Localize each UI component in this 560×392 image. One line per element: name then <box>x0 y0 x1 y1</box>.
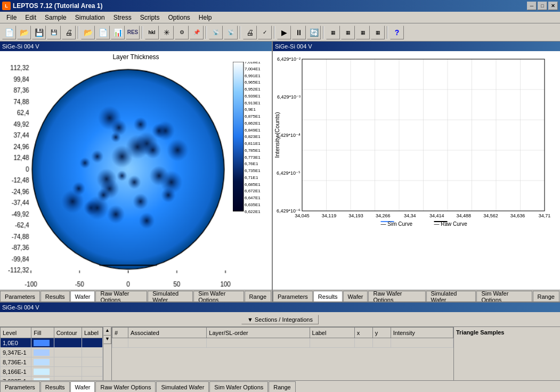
sections-button[interactable]: ▼ Sections / Integrations <box>241 315 319 324</box>
minimize-button[interactable]: ─ <box>527 2 537 10</box>
toolbar-sep-1 <box>78 26 79 39</box>
tab-wafer-left[interactable]: Wafer <box>70 291 95 301</box>
tab-results-left[interactable]: Results <box>40 291 70 301</box>
xrd-canvas[interactable] <box>273 51 555 251</box>
bottom-content: Level Fill Contour Label 1,0E0 <box>0 327 560 380</box>
left-panel-title: SiGe-Si 004 V <box>0 42 272 51</box>
tab-results-right[interactable]: Results <box>313 291 343 301</box>
fill-value <box>31 367 54 377</box>
table-row[interactable]: 1,0E0 <box>1 338 103 348</box>
scroll-stub[interactable]: ▲ ▼ <box>103 327 111 380</box>
tab-simwafer-bottom[interactable]: Simulated Wafer <box>156 381 209 392</box>
wafer-chart-title: Layer Thickness <box>0 51 272 62</box>
menu-file[interactable]: File <box>2 13 21 22</box>
tb-check[interactable]: ✓ <box>258 26 272 39</box>
tab-simwafer-right[interactable]: Simulated Wafer <box>426 291 476 301</box>
fill-value <box>31 348 54 357</box>
tb-help[interactable]: ? <box>390 26 404 39</box>
tb-play[interactable]: ▶ <box>277 26 291 39</box>
title-bar: L LEPTOS 7.12 (Tutorial Area 1) ─ □ ✕ <box>0 0 560 12</box>
window-controls[interactable]: ─ □ ✕ <box>527 2 558 10</box>
toolbar: 📄 📂 💾 💾 🖨 📂 📄 📊 RES hkl ✳ ⚙ 📌 📡 📡 🖨 ✓ ▶ … <box>0 23 560 42</box>
menu-bar: File Edit Sample Simulation Stress Scrip… <box>0 12 560 23</box>
tb-pause[interactable]: ⏸ <box>292 26 306 39</box>
table-row[interactable]: 7,633E-1 <box>1 377 103 381</box>
toolbar-sep-3 <box>206 26 207 39</box>
triangle-samples-label: Triangle Samples <box>454 327 560 338</box>
contour-value <box>54 338 82 348</box>
tab-simwafer-left[interactable]: Simulated Wafer <box>148 291 193 301</box>
menu-options[interactable]: Options <box>164 13 194 22</box>
toolbar-sep-6 <box>323 26 324 39</box>
table-row[interactable]: 8,166E-1 <box>1 367 103 377</box>
tab-simwaferopts-left[interactable]: Sim Wafer Options <box>193 291 244 301</box>
contour-value <box>54 357 82 367</box>
label-value <box>82 377 102 381</box>
tb-gear[interactable]: ⚙ <box>175 26 189 39</box>
app-title: LEPTOS 7.12 (Tutorial Area 1) <box>13 2 103 10</box>
tab-range-left[interactable]: Range <box>245 291 271 301</box>
level-value: 8,736E-1 <box>1 357 31 367</box>
menu-simulation[interactable]: Simulation <box>71 13 109 22</box>
level-value: 9,347E-1 <box>1 348 31 357</box>
tab-wafer-bottom[interactable]: Wafer <box>70 381 95 392</box>
tb-print2[interactable]: 🖨 <box>243 26 257 39</box>
maximize-button[interactable]: □ <box>538 2 547 10</box>
menu-scripts[interactable]: Scripts <box>136 13 164 22</box>
wafer-map-canvas[interactable] <box>0 62 272 290</box>
tb-open[interactable]: 📂 <box>17 26 31 39</box>
tb-open2[interactable]: 📂 <box>81 26 95 39</box>
close-button[interactable]: ✕ <box>548 2 558 10</box>
menu-edit[interactable]: Edit <box>21 13 40 22</box>
table-row[interactable]: 9,347E-1 <box>1 348 103 357</box>
table-row[interactable] <box>112 338 453 348</box>
contour-value <box>54 367 82 377</box>
tab-range-bottom[interactable]: Range <box>269 381 295 392</box>
tb-star[interactable]: ✳ <box>160 26 174 39</box>
col-layer: Layer/SL-order <box>207 328 310 338</box>
tab-simwaferopts-bottom[interactable]: Sim Wafer Options <box>209 381 268 392</box>
tb-new2[interactable]: 📄 <box>96 26 110 39</box>
label-value <box>82 338 102 348</box>
tb-hkl[interactable]: hkl <box>145 26 159 39</box>
tb-arr3[interactable]: ▦ <box>356 26 370 39</box>
tb-arr1[interactable]: ▦ <box>326 26 340 39</box>
right-panel: SiGe-Si 004 V Parameters Results Wafer R… <box>273 42 560 301</box>
col-fill: Fill <box>31 328 54 338</box>
tb-res[interactable]: RES <box>126 26 140 39</box>
triangle-samples-panel: Triangle Samples <box>453 327 560 380</box>
level-table-area[interactable]: Level Fill Contour Label 1,0E0 <box>0 327 103 380</box>
tab-range-right[interactable]: Range <box>533 291 559 301</box>
tb-exp[interactable]: 📊 <box>111 26 125 39</box>
tab-rawwafer-right[interactable]: Raw Wafer Options <box>368 291 425 301</box>
menu-help[interactable]: Help <box>194 13 216 22</box>
right-panel-title: SiGe-Si 004 V <box>273 42 560 51</box>
contour-value <box>54 377 82 381</box>
tab-simwaferopts-right[interactable]: Sim Wafer Options <box>476 291 532 301</box>
wafer-chart-area: Layer Thickness <box>0 51 272 290</box>
tab-parameters-bottom[interactable]: Parameters <box>0 381 40 392</box>
tab-parameters-right[interactable]: Parameters <box>273 291 313 301</box>
tb-arr2[interactable]: ▦ <box>341 26 355 39</box>
tab-wafer-right[interactable]: Wafer <box>343 291 368 301</box>
tb-reload[interactable]: 🔄 <box>307 26 321 39</box>
bottom-panel: SiGe-Si 004 V ▼ Sections / Integrations … <box>0 301 560 392</box>
tb-save[interactable]: 💾 <box>32 26 46 39</box>
tab-rawwafer-bottom[interactable]: Raw Wafer Options <box>95 381 156 392</box>
menu-sample[interactable]: Sample <box>40 13 71 22</box>
tab-parameters-left[interactable]: Parameters <box>0 291 40 301</box>
tb-saveas[interactable]: 💾 <box>47 26 61 39</box>
right-table-area[interactable]: # Associated Layer/SL-order Label x y In… <box>112 327 453 380</box>
main-data-table: # Associated Layer/SL-order Label x y In… <box>112 327 453 348</box>
tb-scan1[interactable]: 📡 <box>209 26 223 39</box>
tb-print[interactable]: 🖨 <box>62 26 76 39</box>
menu-stress[interactable]: Stress <box>109 13 136 22</box>
tab-results-bottom[interactable]: Results <box>40 381 70 392</box>
tb-arr4[interactable]: ▦ <box>371 26 385 39</box>
level-value: 7,633E-1 <box>1 377 31 381</box>
table-row[interactable]: 8,736E-1 <box>1 357 103 367</box>
tab-rawwafer-left[interactable]: Raw Wafer Options <box>95 291 147 301</box>
tb-new[interactable]: 📄 <box>2 26 16 39</box>
tb-scan2[interactable]: 📡 <box>224 26 238 39</box>
tb-pin[interactable]: 📌 <box>190 26 204 39</box>
